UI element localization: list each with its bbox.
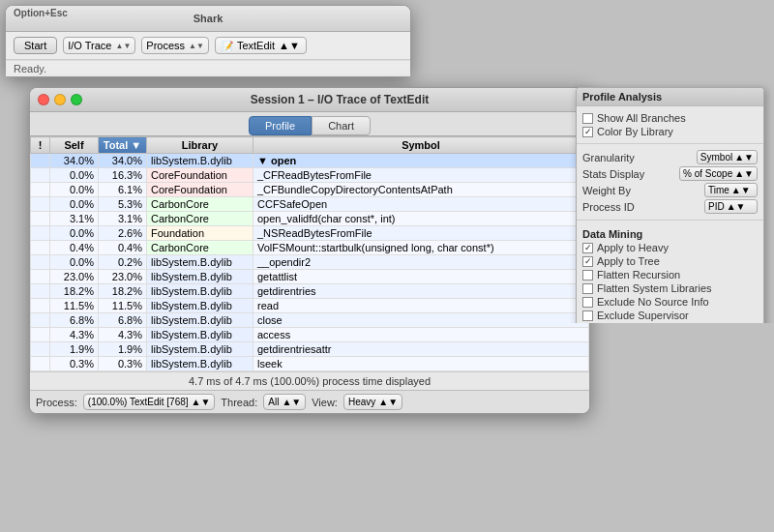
close-button[interactable] bbox=[38, 94, 49, 105]
self-cell: 6.8% bbox=[50, 313, 99, 324]
exclude-no-source-row: Exclude No Source Info bbox=[582, 296, 758, 308]
self-cell: 0.0% bbox=[50, 226, 99, 241]
show-all-branches-checkbox[interactable] bbox=[582, 113, 593, 124]
traffic-lights bbox=[38, 94, 82, 105]
table-row[interactable]: 0.0%0.2%libSystem.B.dylib __opendir2 bbox=[31, 255, 589, 270]
self-cell: 0.0% bbox=[50, 255, 99, 270]
apply-tree-label: Apply to Tree bbox=[597, 255, 660, 267]
color-by-library-checkbox[interactable] bbox=[582, 127, 593, 137]
total-cell: 6.8% bbox=[99, 313, 147, 324]
scope-arrow-icon: ▲▼ bbox=[189, 42, 204, 50]
table-row[interactable]: 0.0%6.1%CoreFoundation _CFBundleCopyDire… bbox=[31, 183, 589, 197]
exclude-supervisor-row: Exclude Supervisor bbox=[582, 310, 758, 321]
session-window: Session 1 – I/O Trace of TextEdit Profil… bbox=[29, 87, 590, 323]
maximize-button[interactable] bbox=[71, 94, 82, 105]
weight-by-label: Weight By bbox=[582, 185, 631, 196]
col-header-total[interactable]: Total ▼ bbox=[99, 137, 147, 154]
table-row[interactable]: 34.0%34.0%libSystem.B.dylib▼ open bbox=[31, 154, 589, 168]
excl-cell bbox=[31, 241, 50, 255]
table-row[interactable]: 6.8%6.8%libSystem.B.dylibclose bbox=[31, 313, 589, 324]
total-cell: 18.2% bbox=[99, 284, 147, 299]
shark-status: Ready. bbox=[6, 60, 410, 76]
self-cell: 0.0% bbox=[50, 197, 99, 212]
table-row[interactable]: 0.0%16.3%CoreFoundation _CFReadBytesFrom… bbox=[31, 168, 589, 183]
total-cell: 5.3% bbox=[99, 197, 147, 212]
symbol-cell: _CFReadBytesFromFile bbox=[253, 168, 589, 183]
table-row[interactable]: 23.0%23.0%libSystem.B.dylibgetattlist bbox=[31, 270, 589, 284]
minimize-button[interactable] bbox=[54, 94, 66, 105]
trace-type-select[interactable]: I/O Trace ▲▼ bbox=[63, 37, 135, 54]
symbol-cell: CCFSafeOpen bbox=[253, 197, 589, 212]
apply-heavy-label: Apply to Heavy bbox=[597, 242, 669, 253]
self-cell: 0.0% bbox=[50, 168, 99, 183]
stats-display-label: Stats Display bbox=[582, 168, 644, 180]
weight-by-row: Weight By Time ▲▼ bbox=[582, 183, 758, 197]
symbol-cell: read bbox=[253, 299, 589, 313]
col-header-symbol[interactable]: Symbol bbox=[253, 137, 589, 154]
library-cell: CoreFoundation bbox=[147, 168, 253, 183]
excl-cell bbox=[31, 284, 50, 299]
apply-tree-row: Apply to Tree bbox=[582, 255, 758, 267]
scope-select[interactable]: Process ▲▼ bbox=[141, 37, 209, 54]
flatten-sys-row: Flatten System Libraries bbox=[582, 282, 758, 294]
granularity-section: Granularity Symbol ▲▼ Stats Display % of… bbox=[577, 144, 763, 221]
excl-cell bbox=[31, 183, 50, 197]
symbol-cell: _CFBundleCopyDirectoryContentsAtPath bbox=[253, 183, 589, 197]
library-cell: libSystem.B.dylib bbox=[147, 270, 253, 284]
excl-cell bbox=[31, 168, 50, 183]
library-cell: CoreFoundation bbox=[147, 183, 253, 197]
weight-by-arrow-icon: ▲▼ bbox=[731, 185, 751, 195]
app-select[interactable]: 📝 TextEdit ▲▼ bbox=[215, 37, 307, 54]
symbol-cell: __opendir2 bbox=[253, 255, 589, 270]
self-cell: 11.5% bbox=[50, 299, 99, 313]
total-cell: 11.5% bbox=[99, 299, 147, 313]
process-id-select[interactable]: PID ▲▼ bbox=[704, 199, 758, 214]
shark-titlebar: Option+Esc Shark bbox=[6, 6, 410, 32]
library-cell: CarbonCore bbox=[147, 241, 253, 255]
start-button[interactable]: Start bbox=[14, 37, 57, 54]
color-by-library-row: Color By Library bbox=[582, 126, 758, 137]
apply-heavy-checkbox[interactable] bbox=[582, 243, 593, 253]
apply-tree-checkbox[interactable] bbox=[582, 256, 593, 267]
table-row[interactable]: 18.2%18.2%libSystem.B.dylibgetdirentries bbox=[31, 284, 589, 299]
library-cell: CarbonCore bbox=[147, 212, 253, 226]
tab-chart[interactable]: Chart bbox=[312, 116, 371, 135]
col-header-self[interactable]: Self bbox=[50, 137, 99, 154]
profile-table-container: ! Self Total ▼ Library Symbol 34.0%34.0%… bbox=[30, 136, 589, 323]
total-cell: 23.0% bbox=[99, 270, 147, 284]
process-id-arrow-icon: ▲▼ bbox=[727, 201, 746, 212]
flatten-recursion-label: Flatten Recursion bbox=[597, 269, 680, 281]
total-cell: 0.4% bbox=[99, 241, 147, 255]
tab-profile[interactable]: Profile bbox=[249, 116, 312, 135]
exclude-supervisor-label: Exclude Supervisor bbox=[597, 310, 689, 321]
table-row[interactable]: 3.1%3.1%CarbonCore open_validfd(char con… bbox=[31, 212, 589, 226]
flatten-recursion-checkbox[interactable] bbox=[582, 270, 593, 281]
symbol-cell: close bbox=[253, 313, 589, 324]
exclude-supervisor-checkbox[interactable] bbox=[582, 310, 593, 321]
table-row[interactable]: 11.5%11.5%libSystem.B.dylibread bbox=[31, 299, 589, 313]
show-all-branches-label: Show All Branches bbox=[597, 112, 686, 124]
granularity-row: Granularity Symbol ▲▼ bbox=[582, 150, 758, 164]
library-cell: libSystem.B.dylib bbox=[147, 313, 253, 324]
table-row[interactable]: 0.0%2.6%Foundation _NSReadBytesFromFile bbox=[31, 226, 589, 241]
stats-display-select[interactable]: % of Scope ▲▼ bbox=[679, 166, 758, 181]
stats-display-row: Stats Display % of Scope ▲▼ bbox=[582, 166, 758, 181]
weight-by-select[interactable]: Time ▲▼ bbox=[704, 183, 758, 197]
session-titlebar: Session 1 – I/O Trace of TextEdit bbox=[30, 88, 589, 112]
tabs-bar: Profile Chart bbox=[30, 112, 589, 136]
library-cell: libSystem.B.dylib bbox=[147, 284, 253, 299]
exclude-no-source-checkbox[interactable] bbox=[582, 297, 593, 308]
table-row[interactable]: 0.0%5.3%CarbonCore CCFSafeOpen bbox=[31, 197, 589, 212]
total-cell: 16.3% bbox=[99, 168, 147, 183]
total-cell: 0.2% bbox=[99, 255, 147, 270]
col-header-library[interactable]: Library bbox=[147, 137, 253, 154]
session-title: Session 1 – I/O Trace of TextEdit bbox=[251, 93, 430, 106]
table-row[interactable]: 0.4%0.4%CarbonCore VolFSMount::startbulk… bbox=[31, 241, 589, 255]
flatten-recursion-row: Flatten Recursion bbox=[582, 269, 758, 281]
granularity-select[interactable]: Symbol ▲▼ bbox=[697, 150, 758, 164]
excl-cell bbox=[31, 270, 50, 284]
flatten-sys-checkbox[interactable] bbox=[582, 283, 593, 294]
symbol-cell: getdirentries bbox=[253, 284, 589, 299]
col-header-excl[interactable]: ! bbox=[31, 137, 50, 154]
library-cell: libSystem.B.dylib bbox=[147, 154, 253, 168]
